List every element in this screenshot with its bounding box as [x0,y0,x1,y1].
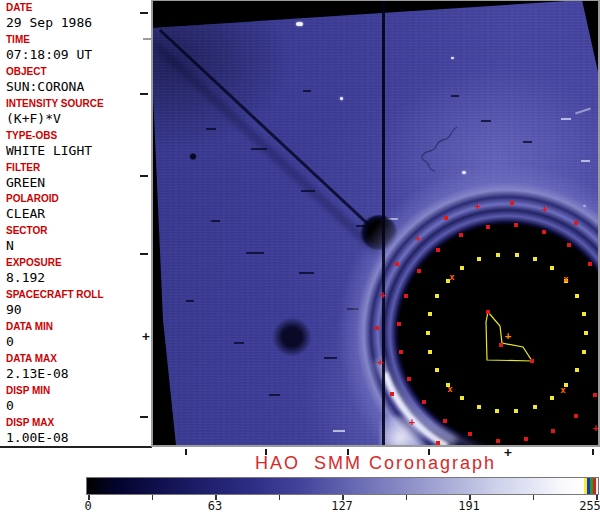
fiducial-tick [140,175,148,177]
calibration-marks-layer: +++++++++++++xxxx [151,0,600,447]
yellow-ring-dot [495,409,499,413]
field-label: POLAROID [6,193,151,205]
field-label: DATA MAX [6,353,151,365]
yellow-ring-dot [496,253,500,257]
red-outer-ring-dot [510,201,514,205]
red-outer-ring-plus: + [542,204,548,214]
red-outer-ring-plus: + [475,201,481,211]
red-inner-ring-dot [593,393,597,397]
red-inner-ring-dot [407,377,411,381]
metadata-row: DATE29 Sep 1986 [6,2,151,30]
yellow-ring-dot [428,350,432,354]
field-value: GREEN [6,175,151,190]
field-value: N [6,238,151,253]
field-label: SPACECRAFT ROLL [6,289,151,301]
metadata-row: OBJECTSUN:CORONA [6,66,151,94]
yellow-ring-dot [550,396,554,400]
metadata-row: DISP MAX1.00E-08 [6,417,151,445]
red-inner-ring-dot [567,243,571,247]
metadata-row: EXPOSURE8.192 [6,257,151,285]
red-inner-ring-dot [496,439,500,443]
yellow-ring-dot [582,312,586,316]
metadata-row: TYPE-OBSWHITE LIGHT [6,130,151,158]
cross-mark: + [505,330,512,341]
coronagraph-viewer: DATE29 Sep 1986TIME07:18:09 UTOBJECTSUN:… [0,0,600,512]
yellow-ring-dot [460,266,464,270]
cross-mark: x [447,385,452,394]
yellow-ring-dot [550,266,554,270]
metadata-sidebar: DATE29 Sep 1986TIME07:18:09 UTOBJECTSUN:… [0,0,151,447]
yellow-ring-dot [426,331,430,335]
metadata-row: INTENSITY SOURCE(K+F)*V [6,98,151,126]
red-inner-ring-dot [588,262,592,266]
red-outer-ring-dot [436,441,440,445]
metadata-row: TIME07:18:09 UT [6,34,151,62]
red-inner-ring-dot [574,414,578,418]
metadata-row: SPACECRAFT ROLL90 [6,289,151,317]
red-outer-ring-plus: + [409,417,415,427]
yellow-ring-dot [428,312,432,316]
polygon-vertex-dot [530,359,534,363]
metadata-row: POLAROIDCLEAR [6,193,151,221]
field-label: EXPOSURE [6,257,151,269]
red-inner-ring-dot [542,230,546,234]
field-label: DATE [6,2,151,14]
red-outer-ring-dot [390,392,394,396]
red-inner-ring-dot [524,437,528,441]
red-inner-ring-dot [514,223,518,227]
red-outer-ring-dot [444,216,448,220]
red-inner-ring-dot [468,432,472,436]
metadata-row: DATA MIN0 [6,321,151,349]
field-value: 29 Sep 1986 [6,15,151,30]
red-inner-ring-dot [551,429,555,433]
field-label: TYPE-OBS [6,130,151,142]
fiducial-tick [140,12,148,14]
field-value: 90 [6,302,151,317]
yellow-ring-dot [533,405,537,409]
colorbar-labels: 063127191255 [86,499,599,512]
red-outer-ring-dot [574,221,578,225]
fiducial-tick [140,253,148,255]
yellow-ring-dot [584,331,588,335]
field-label: TIME [6,34,151,46]
sidebar-divider [0,446,152,448]
polygon-vertex-dot [499,343,503,347]
red-outer-ring-dot [375,326,379,330]
field-label: DISP MAX [6,417,151,429]
field-value: 2.13E-08 [6,366,151,381]
yellow-ring-dot [515,253,519,257]
field-value: (K+F)*V [6,111,151,126]
yellow-ring-dot [533,257,537,261]
field-value: 8.192 [6,270,151,285]
field-value: CLEAR [6,206,151,221]
field-value: 07:18:09 UT [6,47,151,62]
yellow-ring-dot [575,294,579,298]
yellow-ring-dot [582,350,586,354]
yellow-ring-dot [435,368,439,372]
red-inner-ring-dot [422,400,426,404]
red-outer-ring-plus: + [415,233,421,243]
field-label: OBJECT [6,66,151,78]
red-inner-ring-dot [443,419,447,423]
red-inner-ring-dot [436,248,440,252]
red-inner-ring-dot [397,322,401,326]
field-label: DISP MIN [6,385,151,397]
cross-mark: x [563,275,568,284]
yellow-ring-dot [435,294,439,298]
colorbar-tick-label: 255 [579,499,600,512]
field-label: INTENSITY SOURCE [6,98,151,110]
metadata-row: DISP MIN0 [6,385,151,413]
metadata-row: FILTERGREEN [6,162,151,190]
yellow-ring-dot [514,409,518,413]
red-outer-ring-plus: + [380,290,386,300]
red-inner-ring-dot [417,269,421,273]
field-value: WHITE LIGHT [6,143,151,158]
cross-mark: x [449,273,454,282]
red-outer-ring-dot [566,446,570,447]
metadata-row: SECTORN [6,225,151,253]
colorbar [86,477,599,495]
red-inner-ring-dot [404,294,408,298]
fiducial-tick [140,93,148,95]
colorbar-tick-label: 63 [208,499,222,512]
yellow-ring-dot [477,257,481,261]
